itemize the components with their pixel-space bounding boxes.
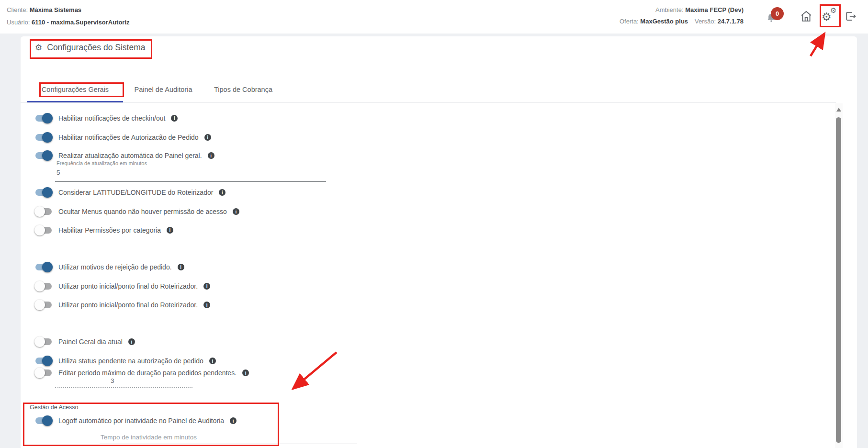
info-icon[interactable]: i <box>178 264 184 270</box>
setting-label: Utiliza status pendente na autorização d… <box>58 357 203 365</box>
logout-icon[interactable] <box>845 10 857 22</box>
gear-small-glyph: ⚙ <box>830 6 836 15</box>
setting-label: Utilizar ponto inicial/ponto final do Ro… <box>58 282 198 290</box>
toggle-switch[interactable] <box>34 299 53 311</box>
info-icon[interactable]: i <box>208 152 214 159</box>
toggle-switch[interactable] <box>34 261 53 273</box>
setting-label: Editar periodo máximo de duração para pe… <box>58 369 237 377</box>
info-icon[interactable]: i <box>203 283 210 290</box>
setting-label: Habilitar Permissões por categoria <box>58 226 161 234</box>
tabs-bottom-border <box>21 102 836 103</box>
info-icon[interactable]: i <box>167 227 173 234</box>
page-title-text: Configurações do Sistema <box>47 43 145 53</box>
scrollbar-thumb[interactable] <box>836 117 841 443</box>
frequency-field-value[interactable]: 5 <box>56 169 60 176</box>
pending-days-value[interactable]: 3 <box>111 377 114 384</box>
toggle-switch[interactable] <box>34 150 53 161</box>
setting-label: Logoff automático por inatividade no Pai… <box>58 417 224 425</box>
scrollbar-up-arrow-icon[interactable] <box>836 108 841 112</box>
user-info: Usuário: 6110 - maxima.SupervisorAutoriz <box>7 19 130 26</box>
toggle-switch[interactable] <box>34 112 53 124</box>
title-gear-icon: ⚙ <box>35 43 42 53</box>
setting-row: Logoff automático por inatividade no Pai… <box>34 414 237 427</box>
client-info: Cliente: Máxima Sistemas <box>7 6 81 13</box>
info-icon[interactable]: i <box>233 208 239 215</box>
offer-version-line: Oferta: MaxGestão plusVersão: 24.7.1.78 <box>620 18 744 25</box>
inactivity-field-placeholder[interactable]: Tempo de inatividade em minutos <box>101 434 197 441</box>
home-icon[interactable] <box>800 10 813 23</box>
settings-card: ⚙ Configurações do Sistema Configurações… <box>21 36 857 448</box>
toggle-switch[interactable] <box>34 367 53 379</box>
frequency-field-underline[interactable] <box>55 181 326 182</box>
setting-label: Habilitar notificações de checkin/out <box>58 114 165 122</box>
tab-tipos-de-cobranca[interactable]: Tipos de Cobrança <box>207 82 279 97</box>
setting-label: Utilizar motivos de rejeição de pedido. <box>58 263 172 271</box>
setting-row: Considerar LATITUDE/LONGITUDE do Roteiri… <box>34 186 225 199</box>
toggle-switch[interactable] <box>34 355 53 367</box>
info-icon[interactable]: i <box>171 115 178 122</box>
page-title: ⚙ Configurações do Sistema <box>35 43 146 53</box>
toggle-switch[interactable] <box>34 132 53 143</box>
setting-label: Ocultar Menus quando não houver permissã… <box>58 208 227 215</box>
info-icon[interactable]: i <box>203 302 210 308</box>
toggle-switch[interactable] <box>34 415 53 426</box>
environment-info: Ambiente: Maxima FECP (Dev) Oferta: MaxG… <box>620 0 744 25</box>
tab-configuracoes-gerais[interactable]: Configurações Gerais <box>27 82 123 97</box>
toggle-switch[interactable] <box>34 206 53 217</box>
setting-row: Utilizar ponto inicial/ponto final do Ro… <box>34 280 210 293</box>
tab-painel-de-auditoria[interactable]: Painel de Auditoria <box>127 82 199 97</box>
setting-label: Painel Geral dia atual <box>58 338 123 346</box>
environment-line: Ambiente: Maxima FECP (Dev) <box>620 6 744 13</box>
setting-row: Utiliza status pendente na autorização d… <box>34 354 216 368</box>
info-icon[interactable]: i <box>209 358 216 364</box>
toggle-switch[interactable] <box>34 280 53 292</box>
toggle-switch[interactable] <box>34 187 53 198</box>
toggle-switch[interactable] <box>34 224 53 236</box>
settings-gears-icon[interactable]: ⚙ ⚙ <box>821 6 840 26</box>
info-icon[interactable]: i <box>219 189 225 196</box>
info-icon[interactable]: i <box>128 338 135 345</box>
setting-label: Utilizar ponto inicial/ponto final do Ro… <box>58 301 198 309</box>
setting-row: Editar periodo máximo de duração para pe… <box>34 366 249 380</box>
setting-row: Habilitar notificações de Autorizacão de… <box>34 131 211 144</box>
setting-row: Habilitar Permissões por categoria i <box>34 224 173 237</box>
setting-row: Utilizar ponto inicial/ponto final do Ro… <box>34 298 210 312</box>
pending-days-underline[interactable] <box>55 387 192 388</box>
setting-row: Habilitar notificações de checkin/out i <box>34 112 178 125</box>
setting-label: Realizar atualização automática do Paine… <box>58 152 202 159</box>
info-icon[interactable]: i <box>204 134 211 141</box>
setting-row: Painel Geral dia atual i <box>34 335 135 348</box>
setting-row: Utilizar motivos de rejeição de pedido. … <box>34 260 184 274</box>
access-section-title: Gestão de Acesso <box>30 404 78 411</box>
setting-label: Habilitar notificações de Autorizacão de… <box>58 134 199 141</box>
inactivity-field-underline[interactable] <box>100 444 357 444</box>
setting-label: Considerar LATITUDE/LONGITUDE do Roteiri… <box>58 189 213 196</box>
client-value: Máxima Sistemas <box>30 6 81 13</box>
info-icon[interactable]: i <box>230 417 237 424</box>
top-header: Cliente: Máxima Sistemas Usuário: 6110 -… <box>0 0 868 34</box>
frequency-field-label: Frequência de atualização em minutos <box>56 160 147 166</box>
user-value: 6110 - maxima.SupervisorAutoriz <box>32 19 129 26</box>
notification-badge[interactable]: 0 <box>771 7 784 20</box>
info-icon[interactable]: i <box>242 370 249 376</box>
toggle-switch[interactable] <box>34 336 53 347</box>
setting-row: Ocultar Menus quando não houver permissã… <box>34 205 239 218</box>
vertical-scrollbar[interactable] <box>835 103 843 448</box>
